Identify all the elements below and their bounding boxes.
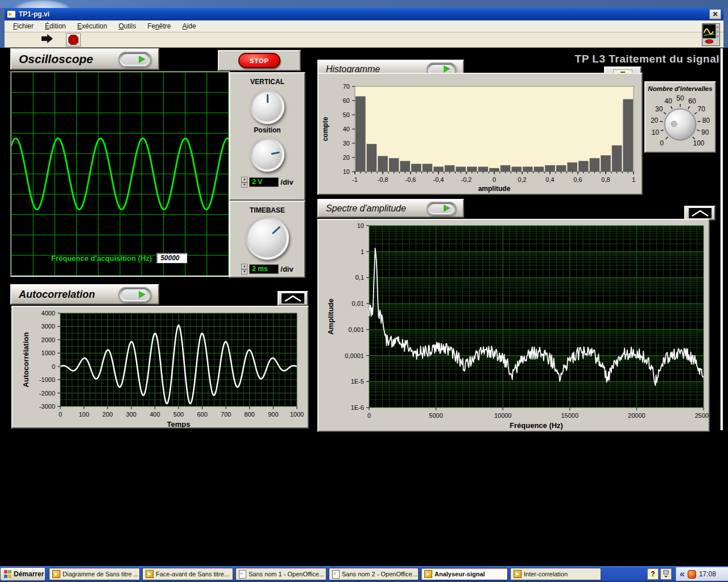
svg-text:20: 20 — [651, 117, 659, 124]
run-arrow-icon[interactable] — [40, 34, 55, 46]
abort-stop-icon[interactable] — [66, 33, 81, 47]
spectrum-toggle-button[interactable] — [427, 202, 456, 215]
svg-text:400: 400 — [150, 411, 160, 418]
svg-text:800: 800 — [245, 411, 255, 418]
updown-tray-icon[interactable] — [660, 568, 672, 580]
svg-text:0: 0 — [367, 412, 371, 419]
svg-text:40: 40 — [664, 97, 672, 105]
taskbar-button-diagramme[interactable]: Diagramme de Sans titre ... — [49, 568, 140, 580]
svg-text:700: 700 — [221, 411, 231, 418]
svg-text:100: 100 — [693, 139, 705, 147]
timebase-spinner[interactable]: ▲▼ — [241, 264, 247, 275]
page-title: TP L3 Traitement du signal — [575, 53, 719, 65]
svg-text:20000: 20000 — [628, 412, 646, 419]
svg-text:0,2: 0,2 — [518, 176, 526, 183]
svg-text:50: 50 — [676, 94, 684, 102]
timebase-display[interactable]: 2 ms — [249, 264, 279, 274]
openoffice-icon — [332, 570, 340, 579]
svg-text:Nombre d'intervalles: Nombre d'intervalles — [648, 85, 712, 92]
taskbar-button-face-avant[interactable]: Face-avant de Sans titre... — [142, 568, 233, 580]
waveform-legend-icon — [689, 208, 712, 218]
svg-text:70: 70 — [343, 83, 350, 90]
taskbar-button-sansnom2[interactable]: Sans nom 2 - OpenOffice... — [329, 568, 419, 580]
svg-text:40: 40 — [343, 126, 350, 132]
svg-text:Amplitude: Amplitude — [326, 298, 335, 335]
svg-text:90: 90 — [701, 128, 709, 136]
oscilloscope-title: Oscilloscope — [19, 52, 93, 66]
svg-text:0,6: 0,6 — [573, 176, 582, 183]
svg-text:30: 30 — [655, 105, 663, 113]
svg-text:0,8: 0,8 — [601, 176, 610, 183]
title-bar[interactable]: TP1-pg.vi ✕ — [5, 8, 723, 20]
svg-text:20: 20 — [343, 154, 350, 161]
svg-text:0: 0 — [59, 411, 62, 418]
svg-text:70: 70 — [698, 105, 706, 113]
taskbar-button-inter-correlation[interactable]: Inter-correlation — [510, 568, 601, 580]
svg-text:4000: 4000 — [42, 310, 55, 317]
svg-text:10: 10 — [652, 128, 660, 136]
svg-text:amplitude: amplitude — [478, 185, 511, 193]
svg-text:80: 80 — [702, 117, 710, 124]
menu-edition[interactable]: Édition — [40, 21, 71, 31]
acquisition-frequency-input[interactable]: 50000 — [156, 253, 187, 263]
vertical-scale-knob[interactable] — [250, 138, 284, 172]
svg-text:-1: -1 — [352, 176, 358, 183]
svg-text:300: 300 — [126, 411, 136, 418]
collapse-chevron-icon[interactable]: « — [680, 569, 685, 579]
scrollbar-strip[interactable] — [720, 48, 723, 430]
menu-outils[interactable]: Outils — [113, 21, 141, 31]
svg-text:Temps: Temps — [167, 420, 191, 427]
timebase-knob[interactable] — [246, 217, 289, 260]
menu-execution[interactable]: Exécution — [72, 21, 113, 31]
autocorrelation-legend-button[interactable] — [278, 291, 308, 306]
svg-text:10: 10 — [357, 222, 364, 229]
spectrum-chart-panel: 1010,10,010,0010,00011E-51E-605000100001… — [317, 219, 710, 432]
oscilloscope-header: Oscilloscope — [10, 48, 159, 70]
vertical-scale-display[interactable]: 2 V — [249, 177, 279, 187]
svg-text:1: 1 — [632, 176, 635, 183]
system-tray: « 17:08 — [676, 567, 728, 581]
autocorrelation-chart-panel: 40003000200010000-1000-2000-300001002003… — [11, 306, 309, 429]
vertical-scale-spinner[interactable]: ▲▼ — [241, 177, 247, 188]
autocorrelation-toggle-button[interactable] — [118, 287, 151, 302]
menu-fichier[interactable]: Fichier — [8, 21, 39, 31]
intervals-dial[interactable]: Nombre d'intervalles01020304050607080901… — [646, 82, 715, 152]
menu-aide[interactable]: Aide — [177, 21, 201, 31]
vertical-position-knob[interactable] — [250, 90, 284, 124]
close-button[interactable]: ✕ — [709, 9, 721, 19]
menu-bar: Fichier Édition Exécution Outils Fenêtre… — [5, 20, 723, 32]
stop-button[interactable]: STOP — [238, 53, 280, 68]
svg-text:0,4: 0,4 — [545, 176, 554, 183]
svg-text:compte: compte — [321, 117, 329, 141]
autocorrelation-title: Autocorrelation — [19, 289, 95, 301]
svg-text:600: 600 — [197, 411, 207, 418]
svg-text:100: 100 — [78, 411, 89, 418]
svg-text:Autocorrélation: Autocorrélation — [22, 332, 30, 388]
menu-fenetre[interactable]: Fenêtre — [142, 21, 176, 31]
autocorrelation-header: Autocorrelation — [10, 284, 159, 305]
svg-text:0: 0 — [660, 139, 664, 147]
svg-text:10: 10 — [343, 168, 350, 175]
labview-icon — [52, 570, 60, 578]
svg-text:0,0001: 0,0001 — [345, 352, 364, 359]
taskbar-button-analyseur-signal[interactable]: Analyseur-signal — [421, 568, 508, 580]
svg-text:25000: 25000 — [695, 412, 709, 419]
help-tray-icon[interactable]: ? — [647, 568, 659, 580]
spectrum-chart: 1010,10,010,0010,00011E-51E-605000100001… — [318, 220, 709, 431]
svg-text:10000: 10000 — [494, 412, 512, 419]
svg-text:1E-6: 1E-6 — [351, 404, 364, 411]
svg-text:5000: 5000 — [429, 412, 442, 419]
autocorrelation-chart: 40003000200010000-1000-2000-300001002003… — [13, 307, 308, 427]
security-tray-icon[interactable] — [688, 570, 696, 579]
svg-text:60: 60 — [343, 97, 350, 104]
taskbar-button-sansnom1[interactable]: Sans nom 1 - OpenOffice... — [235, 568, 326, 580]
histogram-chart: 10203040506070-1-0,8-0,6-0,4-0,200,20,40… — [318, 74, 642, 194]
svg-text:Fréquence (Hz): Fréquence (Hz) — [510, 421, 563, 430]
svg-text:15000: 15000 — [561, 412, 579, 419]
labview-icon — [424, 570, 432, 578]
svg-text:1: 1 — [361, 248, 364, 255]
start-button[interactable]: Démarrer — [0, 567, 46, 581]
histogram-chart-panel: 10203040506070-1-0,8-0,6-0,4-0,200,20,40… — [317, 73, 643, 195]
svg-text:-3000: -3000 — [39, 403, 55, 410]
oscilloscope-toggle-button[interactable] — [118, 52, 151, 67]
